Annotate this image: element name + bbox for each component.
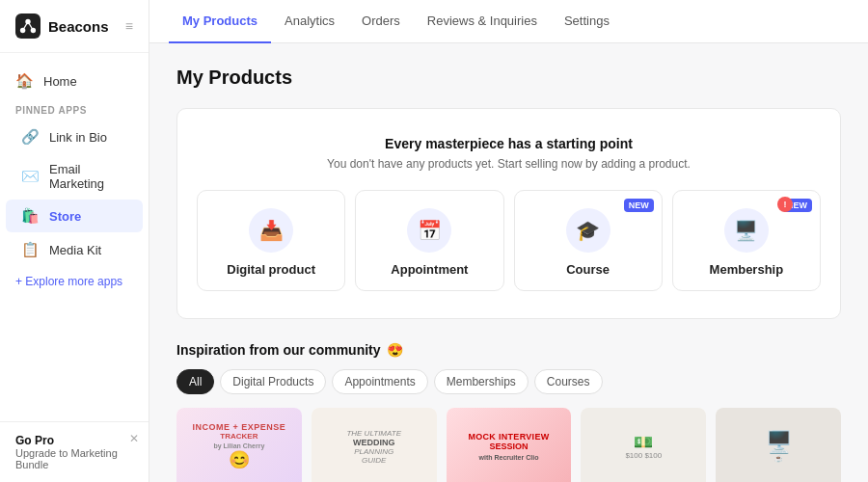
new-badge-course: NEW [624,199,654,212]
mock-image: MOCK INTERVIEW SESSION with Recruiter Cl… [447,408,572,482]
community-card-private[interactable]: 💵 $100 $100 1:1 Private Session: 60 min … [581,408,706,482]
community-card-wedding[interactable]: THE ULTIMATE WEDDING PLANNING GUIDE The … [312,408,437,482]
top-nav: My Products Analytics Orders Reviews & I… [149,0,868,43]
sidebar-item-email-marketing[interactable]: ✉️ Email Marketing [6,154,143,199]
svg-line-3 [23,22,28,31]
filter-pills: All Digital Products Appointments Member… [176,369,841,394]
sidebar-item-home[interactable]: 🏠 Home [0,65,149,97]
go-pro-title: Go Pro [15,434,133,447]
digital-label: Digital product [207,262,335,277]
tab-reviews[interactable]: Reviews & Inquiries [414,0,551,43]
appointment-label: Appointment [366,262,493,277]
go-pro-subtitle: Upgrade to Marketing Bundle [15,447,133,470]
link-icon: 🔗 [21,128,40,146]
ugc-image: 🖥️ ☕ [716,408,841,482]
media-kit-icon: 📋 [21,241,40,258]
page-title: My Products [176,67,841,89]
product-type-cards: 📥 Digital product 📅 Appointment NEW 🎓 Co… [197,190,821,291]
filter-courses[interactable]: Courses [534,369,603,394]
membership-icon: 🖥️ [724,208,769,253]
sidebar-item-media-kit[interactable]: 📋 Media Kit [6,233,143,266]
main-area: My Products Analytics Orders Reviews & I… [149,0,868,482]
filter-digital-products[interactable]: Digital Products [220,369,326,394]
community-cards: INCOME + EXPENSE TRACKER by Lilian Cherr… [176,408,841,482]
email-icon: ✉️ [21,168,40,185]
filter-memberships[interactable]: Memberships [434,369,529,394]
sidebar-logo: Beacons ≡ [0,0,149,53]
filter-appointments[interactable]: Appointments [332,369,427,394]
sidebar-nav: 🏠 Home PINNED APPS 🔗 Link in Bio ✉️ Emai… [0,53,149,421]
tab-analytics[interactable]: Analytics [271,0,348,43]
link-in-bio-label: Link in Bio [49,130,107,145]
app-name: Beacons [48,18,109,35]
digital-icon: 📥 [249,208,293,253]
wedding-image: THE ULTIMATE WEDDING PLANNING GUIDE [312,408,437,482]
explore-more[interactable]: + Explore more apps [0,267,149,296]
private-image: 💵 $100 $100 [581,408,706,482]
pinned-apps-label: PINNED APPS [0,97,149,120]
membership-label: Membership [683,262,810,277]
svg-line-4 [28,22,33,31]
community-card-ugc[interactable]: 🖥️ ☕ My UGC Community [716,408,841,482]
sidebar-footer: Go Pro Upgrade to Marketing Bundle ✕ [0,421,149,482]
filter-all[interactable]: All [176,369,214,394]
course-icon: 🎓 [566,208,610,253]
course-label: Course [525,262,652,277]
empty-state-card: Every masterpiece has a starting point Y… [176,108,841,319]
close-footer-button[interactable]: ✕ [129,432,139,445]
logo-icon [15,13,41,39]
email-marketing-label: Email Marketing [49,162,127,191]
community-card-income[interactable]: INCOME + EXPENSE TRACKER by Lilian Cherr… [176,408,302,482]
income-image: INCOME + EXPENSE TRACKER by Lilian Cherr… [176,408,302,482]
menu-icon[interactable]: ≡ [125,18,133,34]
community-emoji: 😍 [387,342,403,358]
sidebar-item-store[interactable]: 🛍️ Store [6,200,143,232]
empty-state-subtitle: You don't have any products yet. Start s… [197,157,821,171]
sidebar-item-link-in-bio[interactable]: 🔗 Link in Bio [6,120,143,153]
product-card-appointment[interactable]: 📅 Appointment [355,190,503,291]
product-card-digital[interactable]: 📥 Digital product [197,190,345,291]
store-icon: 🛍️ [21,207,40,225]
store-label: Store [49,209,81,224]
tab-orders[interactable]: Orders [348,0,414,43]
tab-settings[interactable]: Settings [551,0,623,43]
community-header: Inspiration from our community 😍 [176,342,841,358]
explore-label: + Explore more apps [15,275,122,288]
community-section: Inspiration from our community 😍 All Dig… [176,342,841,482]
empty-state-title: Every masterpiece has a starting point [197,136,821,151]
content-area: My Products Every masterpiece has a star… [149,43,868,482]
product-card-course[interactable]: NEW 🎓 Course [514,190,663,291]
product-card-membership[interactable]: NEW ! 🖥️ Membership [672,190,821,291]
appointment-icon: 📅 [407,208,451,253]
tab-my-products[interactable]: My Products [169,0,271,43]
community-title: Inspiration from our community [176,342,381,358]
community-card-mock[interactable]: MOCK INTERVIEW SESSION with Recruiter Cl… [447,408,572,482]
home-label: Home [43,74,77,89]
sidebar: Beacons ≡ 🏠 Home PINNED APPS 🔗 Link in B… [0,0,149,482]
media-kit-label: Media Kit [49,243,101,257]
home-icon: 🏠 [15,72,34,90]
red-badge-membership: ! [777,197,793,212]
